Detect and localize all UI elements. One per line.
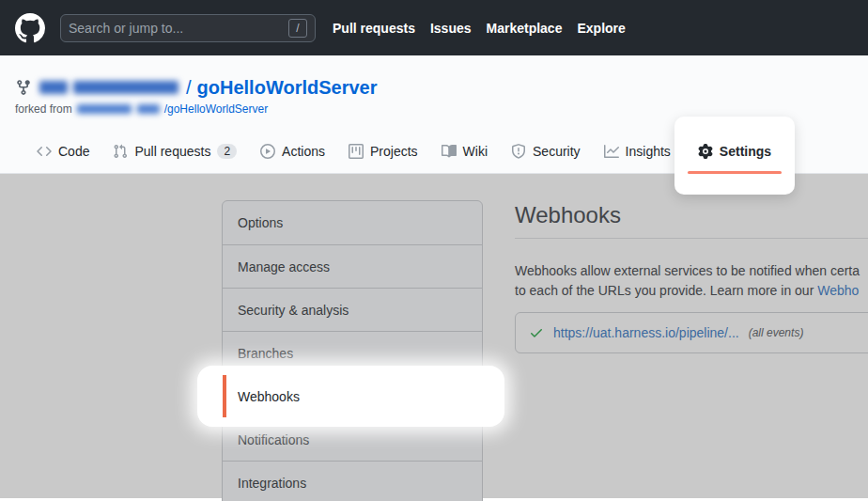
repo-title: / goHelloWorldServer <box>186 77 377 99</box>
tab-code[interactable]: Code <box>28 129 98 173</box>
github-logo-icon[interactable] <box>15 13 45 43</box>
webhook-url-link[interactable]: https://uat.harness.io/pipeline/... <box>553 325 739 340</box>
tab-label: Projects <box>370 144 418 159</box>
tab-label: Insights <box>626 144 671 159</box>
tab-security[interactable]: Security <box>503 129 589 173</box>
top-header: / Pull requests Issues Marketplace Explo… <box>0 0 868 55</box>
tab-settings[interactable]: Settings <box>690 129 780 173</box>
sidebar-item-integrations[interactable]: Integrations <box>223 461 482 501</box>
tab-label: Code <box>58 144 89 159</box>
gear-icon <box>698 144 713 159</box>
settings-sidebar: Options Manage access Security & analysi… <box>222 200 483 501</box>
nav-pull-requests[interactable]: Pull requests <box>333 21 415 36</box>
sidebar-item-manage-access[interactable]: Manage access <box>223 244 482 288</box>
webhooks-description: Webhooks allow external services to be n… <box>515 261 868 301</box>
dimmed-page-area: Options Manage access Security & analysi… <box>0 174 868 498</box>
book-icon <box>442 144 457 159</box>
nav-issues[interactable]: Issues <box>430 21 472 36</box>
check-icon <box>529 325 544 340</box>
sidebar-item-webhooks[interactable]: Webhooks <box>223 374 482 417</box>
webhooks-content: Webhooks Webhooks allow external service… <box>515 174 868 353</box>
tab-label: Security <box>533 144 581 159</box>
redacted-parent-owner <box>77 104 160 114</box>
pull-request-count-badge: 2 <box>217 144 237 159</box>
tab-pull-requests[interactable]: Pull requests 2 <box>104 129 245 173</box>
tab-insights[interactable]: Insights <box>596 129 679 173</box>
repo-header: / goHelloWorldServer forked from /goHell… <box>0 55 868 174</box>
sidebar-item-security-analysis[interactable]: Security & analysis <box>223 288 482 331</box>
tab-label: Pull requests <box>134 144 210 159</box>
graph-icon <box>604 144 619 159</box>
tab-projects[interactable]: Projects <box>340 129 426 173</box>
repo-name-link[interactable]: goHelloWorldServer <box>197 77 378 99</box>
pull-request-icon <box>113 144 128 159</box>
header-nav: Pull requests Issues Marketplace Explore <box>333 21 626 36</box>
project-icon <box>349 144 364 159</box>
webhook-list-item: https://uat.harness.io/pipeline/... (all… <box>515 312 868 353</box>
code-icon <box>37 144 52 159</box>
global-search[interactable]: / <box>60 14 316 42</box>
webhook-events-scope: (all events) <box>749 326 804 339</box>
forked-from-label: forked from <box>15 102 72 116</box>
tab-wiki[interactable]: Wiki <box>433 129 496 173</box>
nav-explore[interactable]: Explore <box>577 21 625 36</box>
repo-forked-icon <box>15 79 32 96</box>
description-line-1: Webhooks allow external services to be n… <box>515 261 868 281</box>
play-icon <box>260 144 275 159</box>
sidebar-item-options[interactable]: Options <box>223 201 482 244</box>
slash-shortcut-key: / <box>288 19 307 38</box>
nav-marketplace[interactable]: Marketplace <box>487 21 563 36</box>
repo-tab-nav: Code Pull requests 2 Actions Projects Wi… <box>0 129 868 174</box>
redacted-owner-name <box>39 81 178 94</box>
tab-label: Settings <box>720 144 771 159</box>
fork-parent-repo-link[interactable]: /goHelloWorldServer <box>164 102 269 116</box>
repo-title-separator: / <box>186 77 192 99</box>
forked-from-row: forked from /goHelloWorldServer <box>0 101 868 116</box>
tab-actions[interactable]: Actions <box>252 129 333 173</box>
search-input[interactable] <box>69 21 288 36</box>
shield-icon <box>511 144 526 159</box>
webhooks-guide-link[interactable]: Webho <box>817 283 859 298</box>
description-line-2: to each of the URLs you provide. Learn m… <box>515 281 868 301</box>
repo-title-row: / goHelloWorldServer <box>0 55 868 101</box>
github-page: / Pull requests Issues Marketplace Explo… <box>0 0 868 501</box>
tab-label: Actions <box>282 144 325 159</box>
page-title: Webhooks <box>515 202 868 239</box>
tab-label: Wiki <box>463 144 488 159</box>
description-line-2-text: to each of the URLs you provide. Learn m… <box>515 283 817 298</box>
